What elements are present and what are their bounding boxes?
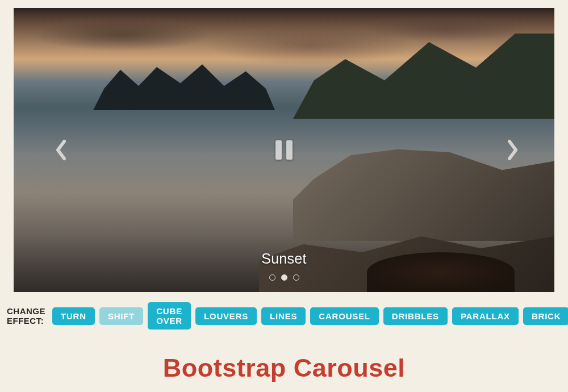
- carousel-caption: Sunset: [14, 251, 554, 267]
- chevron-left-icon: [55, 139, 68, 161]
- effect-btn-lines[interactable]: LINES: [261, 307, 306, 325]
- effects-toolbar: CHANGE EFFECT: TURN SHIFT CUBE OVER LOUV…: [0, 292, 568, 330]
- pause-icon: [286, 140, 293, 160]
- pause-icon: [275, 140, 282, 160]
- effect-btn-parallax[interactable]: PARALLAX: [452, 307, 519, 325]
- carousel: Sunset: [14, 8, 554, 292]
- carousel-indicator-1[interactable]: [281, 274, 287, 281]
- effect-btn-brick[interactable]: BRICK: [523, 307, 568, 325]
- effect-btn-cube-over[interactable]: CUBE OVER: [148, 302, 191, 330]
- pause-button[interactable]: [275, 140, 293, 160]
- carousel-indicator-0[interactable]: [269, 274, 275, 281]
- carousel-indicators: [14, 274, 554, 281]
- effect-btn-carousel[interactable]: CAROUSEL: [310, 307, 379, 325]
- effect-btn-louvers[interactable]: LOUVERS: [195, 307, 257, 325]
- carousel-indicator-2[interactable]: [293, 274, 299, 281]
- carousel-next-button[interactable]: [506, 139, 519, 161]
- sky-clouds: [14, 8, 554, 76]
- effects-label: CHANGE EFFECT:: [7, 306, 45, 326]
- chevron-right-icon: [506, 139, 519, 161]
- effect-btn-turn[interactable]: TURN: [52, 307, 95, 325]
- page-title: Bootstrap Carousel: [0, 353, 568, 383]
- effect-btn-dribbles[interactable]: DRIBBLES: [383, 307, 448, 325]
- carousel-prev-button[interactable]: [55, 139, 68, 161]
- effect-btn-shift[interactable]: SHIFT: [99, 307, 143, 325]
